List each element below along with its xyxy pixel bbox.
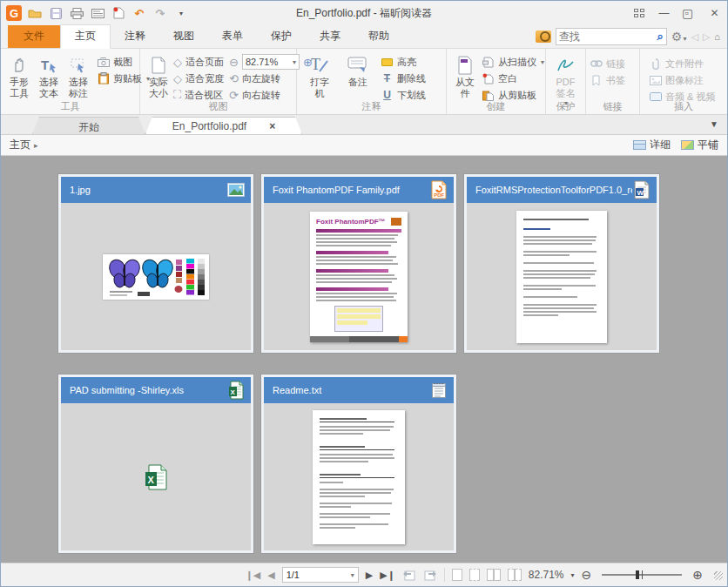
link-button[interactable]: 链接 [590, 57, 625, 71]
tab-protect[interactable]: 保护 [257, 25, 306, 48]
tab-file[interactable]: 文件 [8, 25, 60, 48]
create-from-file-button[interactable]: 从文件 [451, 52, 479, 99]
previous-page-button[interactable]: ◀ [267, 570, 274, 581]
undo-icon[interactable]: ↶ [131, 5, 147, 21]
open-file-icon[interactable] [27, 5, 43, 21]
actual-size-button[interactable]: 实际大小 [145, 52, 172, 99]
tab-view[interactable]: 视图 [159, 25, 208, 48]
zoom-in-button[interactable]: ⊕ [692, 568, 703, 582]
page-combo-dropdown-arrow[interactable]: ▾ [351, 571, 354, 579]
print-icon[interactable] [69, 5, 84, 21]
select-annotation-button[interactable]: 选择标注 [64, 52, 92, 99]
first-page-button[interactable]: ❙◀ [246, 570, 261, 581]
card-header[interactable]: PAD submitting -Shirley.xls X [61, 377, 251, 403]
detail-view-button[interactable]: 详细 [633, 138, 671, 152]
bookmark-button[interactable]: 书签 [590, 73, 625, 87]
breadcrumb[interactable]: 主页 ▸ [10, 138, 38, 152]
search-prev-icon[interactable]: ◁ [691, 31, 698, 43]
zoom-level-combo[interactable]: 82.71% ▾ [242, 54, 300, 70]
ribbon-options-arrow-icon[interactable]: ▼ [710, 119, 718, 129]
portfolio-item-1jpg[interactable]: 1.jpg [58, 174, 253, 353]
card-header[interactable]: 1.jpg [61, 177, 251, 203]
doc-tab-start[interactable]: 开始 [32, 117, 145, 134]
card-preview[interactable]: X [61, 403, 251, 550]
breadcrumb-home-label[interactable]: 主页 [10, 138, 30, 152]
zoom-dropdown-arrow[interactable]: ▾ [571, 571, 575, 579]
typewriter-button[interactable]: T 打字机 [301, 52, 338, 99]
zoom-combo-dropdown-arrow[interactable]: ▾ [293, 58, 296, 66]
tab-thumbnails-button[interactable] [626, 3, 651, 23]
highlight-button[interactable]: 高亮 [381, 55, 426, 69]
last-page-button[interactable]: ▶❙ [380, 570, 395, 581]
card-header[interactable]: Readme.txt [264, 377, 454, 403]
select-text-button[interactable]: T 选择文本 [35, 52, 63, 99]
pdf-sign-label: PDF 签名 [552, 77, 580, 99]
continuous-layout-button[interactable] [469, 569, 480, 581]
page-number-combo[interactable]: 1/1 ▾ [282, 567, 359, 583]
card-header[interactable]: Foxit PhantomPDF Family.pdf PDF [264, 177, 454, 203]
tab-form[interactable]: 表单 [208, 25, 257, 48]
card-header[interactable]: FoxitRMSProtectionToolforPDF1.0_rea W [467, 177, 657, 203]
card-preview[interactable] [264, 403, 454, 550]
strikeout-button[interactable]: T 删除线 [381, 71, 426, 85]
portfolio-item-readme-txt[interactable]: Readme.txt [261, 374, 456, 553]
search-box[interactable]: ⌕ [556, 28, 667, 45]
pdf-sign-button[interactable]: PDF 签名 ▾ [550, 52, 581, 107]
note-button[interactable]: 备注 [340, 52, 376, 88]
single-page-layout-button[interactable] [452, 569, 462, 581]
create-blank-button[interactable]: 空白 [482, 71, 544, 85]
save-icon[interactable] [48, 5, 64, 21]
resize-grip[interactable] [711, 569, 724, 581]
next-page-button[interactable]: ▶ [366, 570, 373, 581]
tab-share[interactable]: 共享 [306, 25, 354, 48]
card-preview[interactable]: Foxit PhantomPDF™ [264, 203, 454, 350]
tab-comment[interactable]: 注释 [111, 25, 159, 48]
doc-tab-close-icon[interactable]: × [269, 120, 275, 132]
gear-icon[interactable]: ⚙▾ [671, 30, 687, 44]
tab-home[interactable]: 主页 [60, 24, 111, 49]
new-document-icon[interactable] [111, 5, 126, 21]
next-view-button[interactable] [423, 569, 437, 581]
fit-width-button[interactable]: ◇ 适合宽度 [173, 71, 224, 85]
close-button[interactable]: ✕ [702, 3, 727, 23]
tab-help[interactable]: 帮助 [354, 25, 403, 48]
excel-preview-icon: X [145, 464, 167, 490]
zoom-out-ribbon-icon[interactable]: ⊖ [229, 56, 239, 69]
tile-view-button[interactable]: 平铺 [681, 138, 718, 152]
redo-icon[interactable]: ↷ [152, 5, 168, 21]
facing-layout-button[interactable] [487, 569, 501, 581]
create-from-scanner-button[interactable]: 从扫描仪 ▾ [482, 55, 544, 69]
collapse-ribbon-icon[interactable]: ⌂ [714, 31, 720, 42]
hand-icon [10, 54, 28, 77]
doc-tab-portfolio[interactable]: En_Portfolio.pdf × [145, 117, 302, 134]
search-magnifier-icon[interactable]: ⌕ [657, 30, 664, 44]
zoom-out-button[interactable]: ⊖ [582, 568, 592, 582]
search-next-icon[interactable]: ▷ [703, 31, 710, 43]
typewriter-label: 打字机 [306, 77, 334, 99]
fit-page-label: 适合页面 [185, 56, 224, 69]
card-preview[interactable] [467, 203, 657, 350]
restore-button[interactable]: ▫▢ [677, 3, 702, 23]
statusbar-zoom-value[interactable]: 82.71% [529, 569, 564, 581]
previous-view-button[interactable] [402, 569, 416, 581]
fit-page-button[interactable]: ◇ 适合页面 [173, 55, 224, 69]
portfolio-item-pad-xls[interactable]: PAD submitting -Shirley.xls X X [58, 374, 253, 553]
zoom-slider[interactable] [602, 574, 682, 576]
detail-view-icon [633, 140, 646, 150]
file-attachment-button[interactable]: 文件附件 [649, 57, 715, 71]
hand-tool-button[interactable]: 手形工具 [5, 52, 33, 99]
portfolio-item-rms-readme[interactable]: FoxitRMSProtectionToolforPDF1.0_rea W [464, 174, 659, 353]
svg-text:T: T [311, 56, 320, 73]
qat-more-icon[interactable]: ▾ [173, 5, 189, 21]
minimize-button[interactable]: — [651, 3, 677, 23]
portfolio-item-phantompdf[interactable]: Foxit PhantomPDF Family.pdf PDF Foxit Ph… [261, 174, 456, 353]
email-icon[interactable] [90, 5, 105, 21]
search-input[interactable] [559, 30, 657, 43]
continuous-facing-layout-button[interactable] [508, 569, 522, 581]
image-annotation-button[interactable]: 图像标注 [649, 73, 715, 87]
from-scanner-dropdown-arrow[interactable]: ▾ [541, 58, 544, 66]
card-preview[interactable] [61, 203, 251, 350]
search-folder-icon[interactable] [536, 30, 551, 43]
foxit-logo-icon[interactable]: G [6, 5, 22, 21]
zoom-slider-thumb[interactable] [636, 570, 639, 579]
